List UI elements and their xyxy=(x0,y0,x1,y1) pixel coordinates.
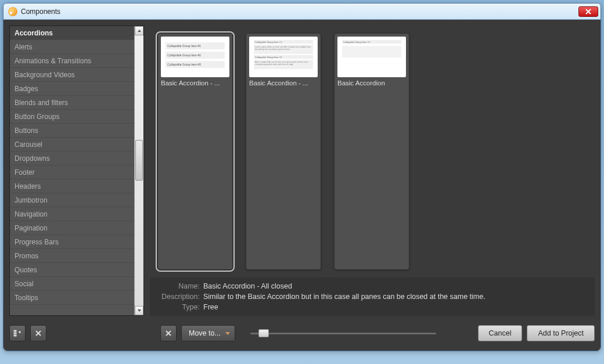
slider-thumb[interactable] xyxy=(258,329,269,337)
category-item[interactable]: Button Groups xyxy=(10,110,134,124)
component-thumbnail: Collapsible Group Item #1 Collapsible Gr… xyxy=(161,37,229,77)
close-icon xyxy=(34,329,42,337)
close-icon xyxy=(164,329,172,337)
thumb-row: Collapsible Group Item #2 xyxy=(166,52,225,59)
component-thumbnail: Collapsible Group Item #1 xyxy=(337,37,406,77)
category-item[interactable]: Animations & Transitions xyxy=(10,54,134,68)
component-card[interactable]: Collapsible Group Item #1 Basic Accordio… xyxy=(335,34,409,269)
component-card[interactable]: Collapsible Group Item #1 Collapsible Gr… xyxy=(158,34,232,269)
clear-button[interactable] xyxy=(160,325,177,341)
details-type-value: Free xyxy=(203,303,587,311)
cancel-button[interactable]: Cancel xyxy=(478,325,523,341)
thumb-row: Collapsible Group Item #3 xyxy=(166,61,225,68)
category-panel: AccordionsAlertsAnimations & Transitions… xyxy=(9,26,144,316)
category-item[interactable]: Badges xyxy=(10,82,134,96)
category-list[interactable]: AccordionsAlertsAnimations & Transitions… xyxy=(10,26,134,315)
details-description-label: Description: xyxy=(158,293,200,301)
delete-button[interactable] xyxy=(30,325,46,341)
tree-add-icon xyxy=(13,329,21,337)
svg-rect-2 xyxy=(14,335,16,336)
category-item[interactable]: Jumbotron xyxy=(10,193,134,207)
scroll-down-button[interactable] xyxy=(135,306,143,315)
category-item[interactable]: Tooltips xyxy=(10,291,134,305)
component-caption: Basic Accordion - ... xyxy=(249,80,318,87)
category-item[interactable]: Footer xyxy=(10,165,134,179)
slider-track xyxy=(250,333,436,334)
scroll-track[interactable] xyxy=(135,35,143,306)
move-to-label: Move to... xyxy=(189,329,221,337)
category-item[interactable]: Headers xyxy=(10,179,134,193)
component-gallery: Collapsible Group Item #1 Collapsible Gr… xyxy=(150,26,595,277)
thumb-row: Collapsible Group Item #1 xyxy=(166,42,225,49)
category-item[interactable]: Carousel xyxy=(10,138,134,152)
component-thumbnail: Collapsible Group Item #1 Lorem ipsum do… xyxy=(249,37,318,77)
category-item[interactable]: Alerts xyxy=(10,40,134,54)
category-item[interactable]: Promos xyxy=(10,249,134,263)
category-item[interactable]: Navigation xyxy=(10,207,134,221)
window-close-button[interactable] xyxy=(578,6,598,17)
cancel-label: Cancel xyxy=(489,329,512,337)
details-name-label: Name: xyxy=(158,282,200,290)
window-title: Components xyxy=(21,8,60,16)
details-panel: Name: Basic Accordion - All closed Descr… xyxy=(150,277,595,316)
category-scrollbar[interactable] xyxy=(134,26,143,315)
new-folder-button[interactable] xyxy=(9,325,26,341)
category-item[interactable]: Buttons xyxy=(10,124,134,138)
scroll-up-button[interactable] xyxy=(135,26,143,35)
zoom-slider[interactable] xyxy=(250,327,436,339)
category-item[interactable]: Pagination xyxy=(10,221,134,235)
components-dialog: Components AccordionsAlertsAnimations & … xyxy=(3,3,601,351)
component-caption: Basic Accordion xyxy=(337,80,406,87)
app-icon xyxy=(8,7,17,16)
svg-rect-0 xyxy=(14,330,16,331)
category-item[interactable]: Blends and filters xyxy=(10,96,134,110)
details-description-value: Similar to the Basic Accordion but in th… xyxy=(203,293,587,301)
category-item[interactable]: Accordions xyxy=(10,26,134,40)
component-caption: Basic Accordion - ... xyxy=(161,80,229,87)
svg-rect-1 xyxy=(14,333,16,334)
details-type-label: Type: xyxy=(158,303,200,311)
component-card[interactable]: Collapsible Group Item #1 Lorem ipsum do… xyxy=(246,34,321,269)
category-item[interactable]: Quotes xyxy=(10,263,134,277)
add-to-project-label: Add to Project xyxy=(538,329,584,337)
scroll-thumb[interactable] xyxy=(135,140,143,181)
close-icon xyxy=(585,9,591,15)
category-item[interactable]: Background Videos xyxy=(10,68,134,82)
category-item[interactable]: Social xyxy=(10,277,134,291)
titlebar[interactable]: Components xyxy=(3,3,601,20)
bottom-toolbar: Move to... Cancel Add to Project xyxy=(9,322,595,345)
category-item[interactable]: Dropdowns xyxy=(10,152,134,165)
add-to-project-button[interactable]: Add to Project xyxy=(527,325,595,341)
move-to-dropdown[interactable]: Move to... xyxy=(181,325,235,341)
category-item[interactable]: Progress Bars xyxy=(10,235,134,249)
details-name-value: Basic Accordion - All closed xyxy=(203,282,587,290)
